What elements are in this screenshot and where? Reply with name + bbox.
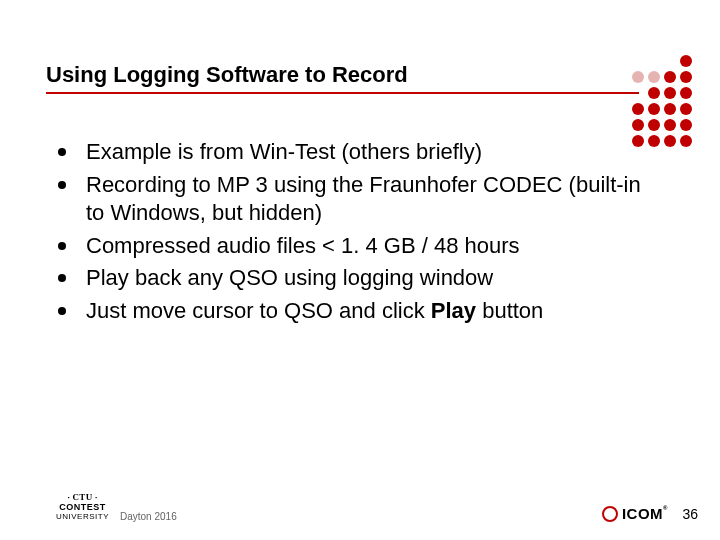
bullet-list: Example is from Win-Test (others briefly… bbox=[56, 138, 660, 330]
bullet-text: Play back any QSO using logging window bbox=[86, 265, 493, 290]
bullet-text: Compressed audio files < 1. 4 GB / 48 ho… bbox=[86, 233, 520, 258]
logo-line: UNIVERSITY bbox=[56, 513, 109, 522]
list-item: Example is from Win-Test (others briefly… bbox=[56, 138, 660, 167]
title-underline bbox=[46, 92, 639, 94]
list-item: Compressed audio files < 1. 4 GB / 48 ho… bbox=[56, 232, 660, 261]
bullet-text-prefix: Just move cursor to QSO and click bbox=[86, 298, 431, 323]
footer-logo-contest-university: · CTU · CONTEST UNIVERSITY bbox=[56, 493, 109, 522]
bullet-text-suffix: button bbox=[476, 298, 543, 323]
list-item: Recording to MP 3 using the Fraunhofer C… bbox=[56, 171, 660, 228]
brand-name: ICOM bbox=[622, 505, 663, 522]
bullet-text-bold: Play bbox=[431, 298, 476, 323]
footer-event-label: Dayton 2016 bbox=[120, 511, 177, 522]
footer-brand-icom: ICOM® bbox=[602, 505, 668, 522]
registered-mark: ® bbox=[663, 505, 668, 511]
list-item: Play back any QSO using logging window bbox=[56, 264, 660, 293]
ring-icon bbox=[602, 506, 618, 522]
brand-text: ICOM® bbox=[622, 505, 668, 522]
page-number: 36 bbox=[682, 506, 698, 522]
bullet-text: Example is from Win-Test (others briefly… bbox=[86, 139, 482, 164]
list-item: Just move cursor to QSO and click Play b… bbox=[56, 297, 660, 326]
decorative-dot-grid bbox=[632, 55, 692, 147]
bullet-text: Recording to MP 3 using the Fraunhofer C… bbox=[86, 172, 641, 226]
slide-title: Using Logging Software to Record bbox=[46, 62, 408, 88]
